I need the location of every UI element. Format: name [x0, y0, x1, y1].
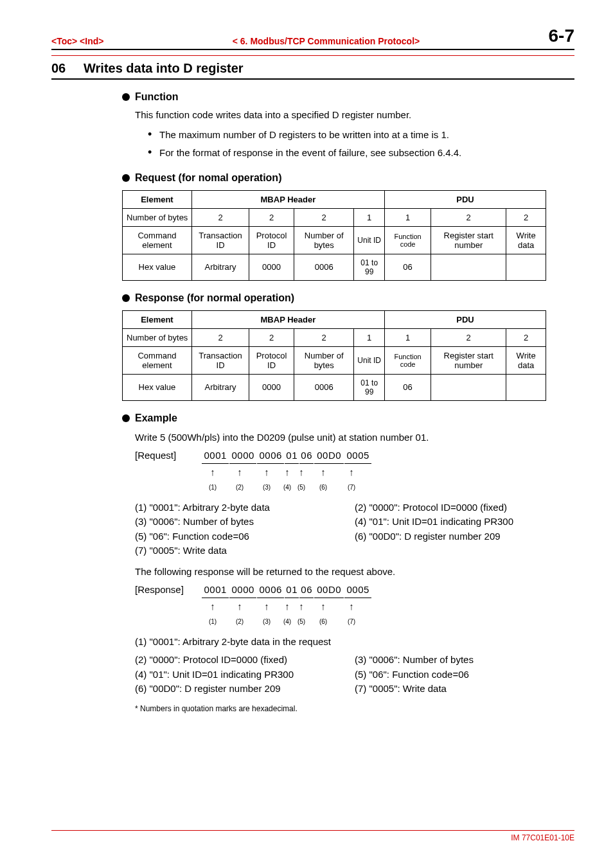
hex-seg: 0000 [229, 583, 256, 598]
hex-footnote: * Numbers in quotation marks are hexadec… [135, 703, 574, 714]
cell: Function code [384, 226, 431, 254]
header-left: <Toc> <Ind> [51, 36, 103, 46]
cell: 01 to 99 [354, 254, 385, 280]
request-table: Element MBAP Header PDU Number of bytes … [122, 190, 546, 281]
idx: (5) [294, 483, 308, 492]
cell: Unit ID [354, 226, 385, 254]
cell: 1 [384, 208, 431, 226]
row-label: Hex value [123, 254, 192, 280]
cell [431, 254, 506, 280]
up-arrow-icon: ↑ [308, 599, 338, 614]
note-line: (6) "00D0": D register number 209 [355, 529, 574, 544]
function-bullets: The maximum number of D registers to be … [148, 128, 574, 161]
idx: (3) [253, 617, 280, 626]
up-arrow-icon: ↑ [294, 465, 308, 480]
example-heading-text: Example [135, 412, 177, 424]
cell: Function code [384, 346, 431, 374]
bullet-icon [122, 414, 130, 422]
note-line: (2) "0000": Protocol ID=0000 (fixed) [135, 653, 355, 668]
idx: (1) [199, 483, 226, 492]
hex-seg: 00D0 [314, 583, 344, 598]
cell: 0006 [294, 374, 354, 400]
idx: (7) [338, 617, 365, 626]
request-hex: 0001 0000 0006 01 06 00D0 0005 [202, 448, 372, 464]
cell: Number of bytes [294, 346, 354, 374]
row-label: Number of bytes [123, 208, 192, 226]
cell: 2 [431, 208, 506, 226]
cell: 2 [506, 208, 546, 226]
cell: Protocol ID [249, 346, 294, 374]
up-arrow-icon: ↑ [294, 599, 308, 614]
note-line: (4) "01": Unit ID=01 indicating PR300 [135, 668, 355, 682]
response-hex: 0001 0000 0006 01 06 00D0 0005 [202, 583, 372, 598]
note-line: (2) "0000": Protocol ID=0000 (fixed) [355, 500, 574, 515]
hex-seg: 0005 [344, 448, 371, 464]
up-arrow-icon: ↑ [226, 465, 253, 480]
idx: (2) [226, 483, 253, 492]
hex-seg: 0001 [202, 583, 229, 598]
cell: Register start number [431, 346, 506, 374]
bullet-icon [122, 174, 130, 182]
idx: (6) [308, 483, 338, 492]
cell: 1 [354, 328, 385, 346]
note-line: (4) "01": Unit ID=01 indicating PR300 [355, 515, 574, 529]
up-arrow-icon: ↑ [280, 599, 294, 614]
response-table: Element MBAP Header PDU Number of bytes … [122, 310, 546, 401]
example-request-row: [Request] 0001 0000 0006 01 06 00D0 0005 [135, 448, 574, 464]
cell: 06 [384, 254, 431, 280]
th-element: Element [123, 310, 192, 328]
idx: (4) [280, 617, 294, 626]
cell: Register start number [431, 226, 506, 254]
up-arrow-icon: ↑ [338, 465, 365, 480]
idx: (2) [226, 617, 253, 626]
cell: Number of bytes [294, 226, 354, 254]
section-heading: Writes data into D register [84, 61, 244, 75]
page-number: 6-7 [549, 26, 574, 46]
cell: 2 [191, 208, 249, 226]
row-label: Command element [123, 346, 192, 374]
cell: 1 [354, 208, 385, 226]
example-response-row: [Response] 0001 0000 0006 01 06 00D0 000… [135, 583, 574, 598]
note-line: (3) "0006": Number of bytes [135, 515, 355, 529]
hex-seg: 0006 [257, 448, 284, 464]
page-footer: IM 77C01E01-10E [51, 830, 574, 842]
idx: (6) [308, 617, 338, 626]
cell: 0000 [249, 374, 294, 400]
cell: 06 [384, 374, 431, 400]
hex-seg: 00D0 [314, 448, 344, 464]
row-label: Number of bytes [123, 328, 192, 346]
cell: Arbitrary [191, 374, 249, 400]
function-bullet: The maximum number of D registers to be … [148, 128, 574, 143]
note-line: (6) "00D0": D register number 209 [135, 682, 355, 696]
index-row: (1) (2) (3) (4) (5) (6) (7) [199, 483, 365, 492]
th-element: Element [123, 190, 192, 208]
th-mbap: MBAP Header [191, 190, 384, 208]
hex-seg: 0001 [202, 448, 229, 464]
th-pdu: PDU [384, 310, 546, 328]
th-mbap: MBAP Header [191, 310, 384, 328]
bullet-icon [122, 294, 130, 302]
cell: 0006 [294, 254, 354, 280]
arrow-row: ↑ ↑ ↑ ↑ ↑ ↑ ↑ [199, 599, 365, 614]
up-arrow-icon: ↑ [253, 465, 280, 480]
note-line: (5) "06": Function code=06 [355, 668, 574, 682]
request-heading: Request (for nomal operation) [122, 172, 574, 184]
cell: 2 [294, 208, 354, 226]
cell: Write data [506, 346, 546, 374]
request-heading-text: Request (for nomal operation) [135, 172, 281, 184]
request-label: [Request] [135, 448, 199, 463]
response-label: [Response] [135, 583, 199, 598]
hex-seg: 0000 [229, 448, 256, 464]
section-title: 06 Writes data into D register [51, 56, 574, 80]
index-row: (1) (2) (3) (4) (5) (6) (7) [199, 617, 365, 626]
cell: 2 [249, 328, 294, 346]
page-header: <Toc> <Ind> < 6. Modbus/TCP Communicatio… [51, 26, 574, 50]
example-intro: Write 5 (500Wh/pls) into the D0209 (puls… [135, 430, 574, 445]
cell [431, 374, 506, 400]
response-heading-text: Response (for normal operation) [135, 292, 294, 304]
hex-seg: 0005 [344, 583, 371, 598]
up-arrow-icon: ↑ [280, 465, 294, 480]
bullet-icon [122, 93, 130, 101]
hex-seg: 0006 [257, 583, 284, 598]
note-line: (7) "0005": Write data [355, 682, 574, 696]
